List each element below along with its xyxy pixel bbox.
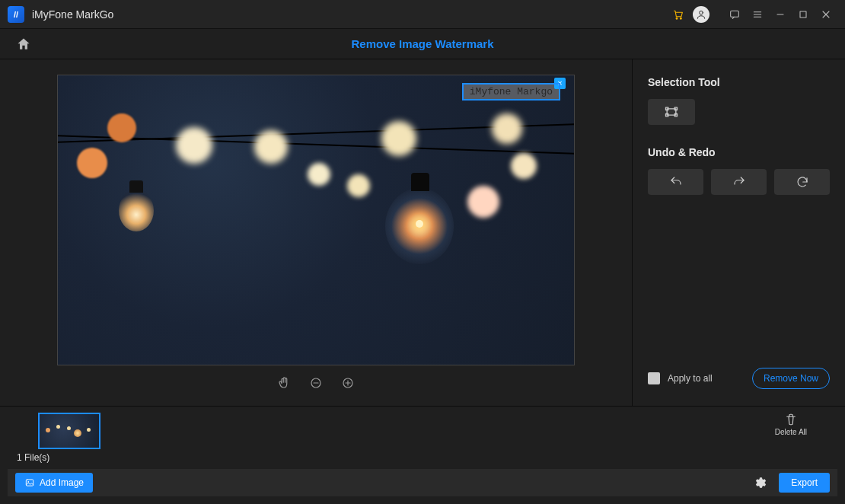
svg-point-0 bbox=[676, 18, 678, 19]
svg-point-22 bbox=[27, 481, 29, 483]
apply-to-all-label: Apply to all bbox=[668, 373, 713, 384]
undo-redo-title: Undo & Redo bbox=[648, 146, 830, 158]
user-icon[interactable] bbox=[690, 3, 713, 26]
svg-point-2 bbox=[700, 11, 703, 14]
svg-point-1 bbox=[680, 18, 681, 19]
close-icon[interactable] bbox=[815, 3, 837, 26]
canvas-image bbox=[58, 75, 574, 365]
add-image-label: Add Image bbox=[40, 477, 84, 488]
zoom-in-icon[interactable] bbox=[340, 375, 356, 391]
maximize-icon[interactable] bbox=[792, 3, 815, 26]
minimize-icon[interactable] bbox=[769, 3, 792, 26]
canvas-area: iMyfone Markgo ✕ bbox=[0, 59, 632, 406]
thumbnail-strip: Delete All bbox=[0, 406, 845, 467]
svg-rect-8 bbox=[800, 11, 806, 18]
hand-icon[interactable] bbox=[276, 375, 292, 391]
gear-icon[interactable] bbox=[751, 474, 768, 491]
menu-icon[interactable] bbox=[746, 3, 769, 26]
delete-all-button[interactable]: Delete All bbox=[775, 413, 807, 436]
apply-to-all-checkbox[interactable] bbox=[648, 372, 660, 384]
export-button[interactable]: Export bbox=[779, 473, 830, 493]
svg-rect-21 bbox=[26, 480, 33, 486]
main-area: iMyfone Markgo ✕ Selection Tool Undo & R… bbox=[0, 59, 845, 406]
file-count: 1 File(s) bbox=[17, 452, 49, 463]
page-title: Remove Image Watermark bbox=[14, 37, 831, 50]
redo-icon[interactable] bbox=[711, 169, 767, 195]
add-image-button[interactable]: Add Image bbox=[15, 473, 93, 493]
image-canvas[interactable]: iMyfone Markgo ✕ bbox=[57, 75, 575, 365]
refresh-icon[interactable] bbox=[774, 169, 830, 195]
remove-now-button[interactable]: Remove Now bbox=[752, 368, 830, 389]
side-panel: Selection Tool Undo & Redo Apply to all … bbox=[632, 59, 845, 406]
canvas-toolbar bbox=[276, 365, 356, 391]
watermark-text: iMyfone Markgo bbox=[470, 86, 553, 97]
zoom-out-icon[interactable] bbox=[308, 375, 324, 391]
feedback-icon[interactable] bbox=[723, 3, 746, 26]
cart-icon[interactable] bbox=[667, 3, 690, 26]
app-logo: // bbox=[8, 6, 24, 23]
thumbnail[interactable] bbox=[38, 413, 100, 449]
svg-rect-3 bbox=[731, 11, 739, 17]
watermark-selection[interactable]: iMyfone Markgo ✕ bbox=[462, 83, 560, 100]
delete-all-label: Delete All bbox=[775, 428, 807, 436]
rectangle-select-icon[interactable] bbox=[648, 99, 695, 125]
titlebar: // iMyFone MarkGo bbox=[0, 0, 845, 29]
app-title: iMyFone MarkGo bbox=[32, 8, 113, 21]
subheader: Remove Image Watermark bbox=[0, 29, 845, 59]
selection-tool-title: Selection Tool bbox=[648, 76, 830, 88]
undo-icon[interactable] bbox=[648, 169, 703, 195]
footer-bar: Add Image Export bbox=[8, 469, 837, 496]
